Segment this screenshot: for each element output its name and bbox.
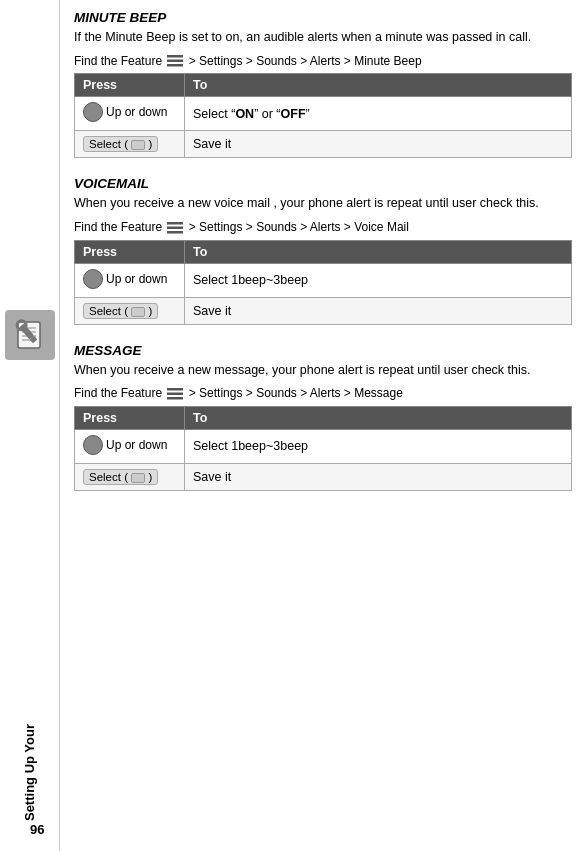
section-voicemail: VOICEMAIL When you receive a new voice m… [74, 176, 572, 324]
svg-rect-11 [167, 222, 183, 225]
col-header-to-2: To [185, 240, 572, 263]
press-cell: Up or down [75, 263, 185, 297]
to-cell: Select 1beep~3beep [185, 429, 572, 463]
press-cell: Select ( ) [75, 297, 185, 324]
select-btn-3: Select ( ) [83, 469, 158, 485]
up-down-label-2: Up or down [106, 272, 167, 286]
to-cell: Save it [185, 297, 572, 324]
select-btn-2: Select ( ) [83, 303, 158, 319]
section-title-message: MESSAGE [74, 343, 572, 358]
section-desc-voicemail: When you receive a new voice mail , your… [74, 195, 572, 213]
sidebar-label: Setting Up Your [22, 724, 37, 821]
main-content: MINUTE BEEP If the Minute Beep is set to… [60, 0, 586, 851]
press-cell: Up or down [75, 97, 185, 131]
select-btn-1: Select ( ) [83, 136, 158, 152]
to-cell: Select 1beep~3beep [185, 263, 572, 297]
svg-rect-13 [167, 231, 183, 234]
svg-rect-12 [167, 226, 183, 229]
wrench-icon [5, 310, 55, 360]
find-feature-voicemail: Find the Feature > Settings > Sounds > A… [74, 219, 572, 236]
col-header-press-1: Press [75, 74, 185, 97]
up-down-label-3: Up or down [106, 438, 167, 452]
col-header-press-2: Press [75, 240, 185, 263]
find-feature-path-1: > Settings > Sounds > Alerts > Minute Be… [189, 54, 422, 68]
up-down-btn-2: Up or down [83, 269, 167, 289]
section-desc-minute-beep: If the Minute Beep is set to on, an audi… [74, 29, 572, 47]
to-cell: Save it [185, 131, 572, 158]
table-row: Select ( ) Save it [75, 463, 572, 490]
find-feature-label-3: Find the Feature [74, 386, 162, 400]
section-desc-message: When you receive a new message, your pho… [74, 362, 572, 380]
to-cell: Select “ON” or “OFF” [185, 97, 572, 131]
svg-rect-14 [167, 388, 183, 391]
page-wrapper: Setting Up Your MINUTE BEEP If the Minut… [0, 0, 586, 851]
menu-icon-2 [167, 222, 183, 234]
nav-circle-1 [83, 102, 103, 122]
svg-rect-15 [167, 392, 183, 395]
find-feature-label: Find the Feature [74, 54, 162, 68]
find-feature-minute-beep: Find the Feature > Settings > Sounds > A… [74, 53, 572, 70]
table-row: Up or down Select “ON” or “OFF” [75, 97, 572, 131]
press-cell: Select ( ) [75, 463, 185, 490]
press-cell: Select ( ) [75, 131, 185, 158]
nav-circle-2 [83, 269, 103, 289]
press-cell: Up or down [75, 429, 185, 463]
table-minute-beep: Press To Up or down Select “ON” [74, 73, 572, 158]
table-row: Select ( ) Save it [75, 297, 572, 324]
col-header-to-3: To [185, 406, 572, 429]
up-down-btn-1: Up or down [83, 102, 167, 122]
up-down-btn-3: Up or down [83, 435, 167, 455]
table-row: Up or down Select 1beep~3beep [75, 263, 572, 297]
find-feature-path-2: > Settings > Sounds > Alerts > Voice Mai… [189, 220, 409, 234]
select-btn-inner-3 [131, 473, 145, 483]
select-btn-inner-1 [131, 140, 145, 150]
find-feature-message: Find the Feature > Settings > Sounds > A… [74, 385, 572, 402]
find-feature-path-3: > Settings > Sounds > Alerts > Message [189, 386, 403, 400]
svg-rect-8 [167, 55, 183, 58]
menu-icon-3 [167, 388, 183, 400]
col-header-to-1: To [185, 74, 572, 97]
section-title-minute-beep: MINUTE BEEP [74, 10, 572, 25]
table-message: Press To Up or down Select 1beep~3beep [74, 406, 572, 491]
svg-rect-9 [167, 60, 183, 63]
section-message: MESSAGE When you receive a new message, … [74, 343, 572, 491]
page-number: 96 [30, 822, 44, 837]
to-cell: Save it [185, 463, 572, 490]
select-btn-inner-2 [131, 307, 145, 317]
section-minute-beep: MINUTE BEEP If the Minute Beep is set to… [74, 10, 572, 158]
menu-icon-1 [167, 55, 183, 67]
col-header-press-3: Press [75, 406, 185, 429]
sidebar: Setting Up Your [0, 0, 60, 851]
table-row: Up or down Select 1beep~3beep [75, 429, 572, 463]
table-row: Select ( ) Save it [75, 131, 572, 158]
nav-circle-3 [83, 435, 103, 455]
find-feature-label-2: Find the Feature [74, 220, 162, 234]
table-voicemail: Press To Up or down Select 1beep~3beep [74, 240, 572, 325]
svg-rect-16 [167, 397, 183, 400]
svg-rect-10 [167, 64, 183, 67]
section-title-voicemail: VOICEMAIL [74, 176, 572, 191]
up-down-label-1: Up or down [106, 105, 167, 119]
